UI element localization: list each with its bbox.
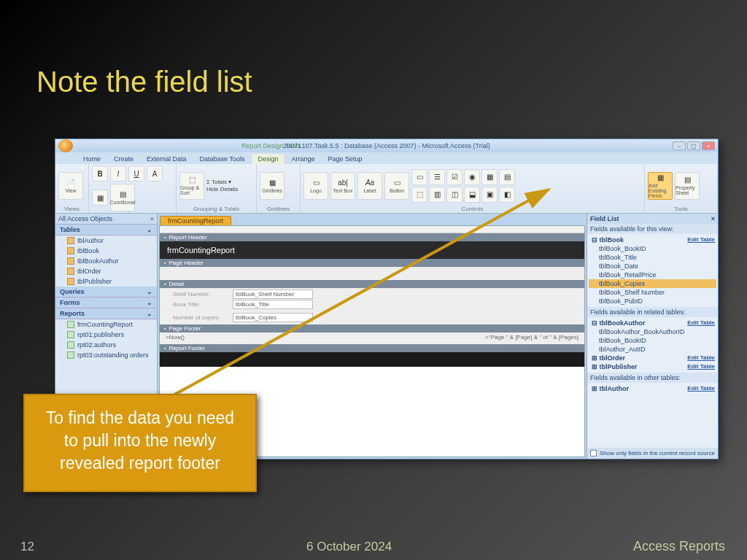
textbox-button[interactable]: ab|Text Box [330, 172, 355, 200]
control-icon[interactable]: ▦ [481, 169, 498, 185]
field-item[interactable]: tblBook_PubID [589, 297, 716, 306]
property-sheet-button[interactable]: ▤Property Sheet [675, 172, 700, 200]
control-icon[interactable]: ▣ [481, 187, 498, 203]
nav-category-forms[interactable]: Forms⌄ [55, 298, 157, 308]
nav-item-tblbook[interactable]: tblBook [55, 246, 157, 256]
field-list-table-tblauthor[interactable]: ⊞ tblAuthorEdit Table [589, 384, 716, 393]
field-list-table-tblpublisher[interactable]: ⊞ tblPublisherEdit Table [589, 362, 716, 371]
field-item-selected[interactable]: tblBook_Copies [589, 279, 716, 288]
document-tab[interactable]: frmCountingReport [160, 216, 231, 225]
nav-category-tables[interactable]: Tables⌄ [55, 225, 157, 236]
totals-button[interactable]: Σ Totals ▾ [206, 179, 238, 185]
nav-item-rpt02[interactable]: rpt02:authors [55, 340, 157, 350]
control-icon[interactable]: ▤ [499, 169, 515, 185]
logo-button[interactable]: ▭Logo [303, 172, 328, 200]
nav-item-tblbookauthor[interactable]: tblBookAuthor [55, 256, 157, 266]
nav-category-queries[interactable]: Queries⌄ [55, 287, 157, 298]
nav-item-tblpublisher[interactable]: tblPublisher [55, 276, 157, 287]
label-title[interactable]: Book Title: [173, 301, 200, 308]
nav-header[interactable]: All Access Objects« [55, 214, 157, 225]
report-header-body[interactable]: frmCountingReport [160, 241, 584, 259]
field-item[interactable]: tblBook_Shelf Number [589, 288, 716, 297]
gridlines-button[interactable]: ▦Gridlines [260, 172, 285, 200]
nav-item-rpt03[interactable]: rpt03:outstanding orders [55, 350, 157, 360]
control-icon[interactable]: ☑ [446, 169, 462, 185]
field-item[interactable]: tblAuthor_AutID [589, 345, 716, 354]
horizontal-ruler [160, 226, 584, 233]
chevron-down-icon[interactable]: « [150, 215, 154, 222]
tab-page-setup[interactable]: Page Setup [322, 154, 368, 164]
nav-item-rpt01[interactable]: rpt01:publishers [55, 330, 157, 340]
field-copies[interactable]: tblBook_Copies [233, 313, 313, 322]
field-shelf[interactable]: tblBook_Shelf Number [233, 289, 313, 299]
band-report-footer[interactable]: Report Footer [160, 344, 584, 352]
now-expression[interactable]: =Now() [166, 334, 185, 341]
field-list-table-tblorder[interactable]: ⊞ tblOrderEdit Table [589, 354, 716, 362]
office-button-icon[interactable] [58, 139, 73, 152]
minimize-button[interactable]: – [673, 141, 686, 150]
close-icon[interactable]: × [711, 215, 715, 222]
tab-external-data[interactable]: External Data [141, 154, 193, 164]
report-footer-body[interactable] [160, 352, 584, 367]
italic-icon[interactable]: I [110, 166, 126, 182]
field-list-table-tblbookauthor[interactable]: ⊟ tblBookAuthorEdit Table [589, 319, 716, 327]
label-copies[interactable]: Number of copies: [173, 314, 220, 321]
band-page-footer[interactable]: Page Footer [160, 324, 584, 332]
control-icon[interactable]: ◫ [446, 187, 462, 203]
page-footer-body[interactable]: =Now() ="Page " & [Page] & " of " & [Pag… [160, 332, 584, 344]
band-detail[interactable]: Detail [160, 280, 584, 288]
nav-item-tblorder[interactable]: tblOrder [55, 266, 157, 276]
nav-category-reports[interactable]: Reports⌄ [55, 308, 157, 319]
tab-design[interactable]: Design [252, 154, 284, 164]
edit-table-link[interactable]: Edit Table [687, 354, 715, 362]
control-icon[interactable]: ▥ [429, 187, 445, 203]
band-report-header[interactable]: Report Header [160, 233, 584, 241]
nav-item-frmcountingreport[interactable]: frmCountingReport [55, 319, 157, 330]
hide-details-button[interactable]: Hide Details [206, 186, 238, 192]
tab-home[interactable]: Home [77, 154, 107, 164]
field-item[interactable]: tblBook_BookID [589, 336, 716, 345]
tab-create[interactable]: Create [108, 154, 139, 164]
control-icon[interactable]: ☰ [429, 169, 445, 185]
field-item[interactable]: tblBook_RetailPrice [589, 271, 716, 279]
field-list-table-tblbook[interactable]: ⊟ tblBookEdit Table [589, 236, 716, 244]
table-icon [67, 257, 74, 265]
control-icon[interactable]: ◉ [464, 169, 480, 185]
edit-table-link[interactable]: Edit Table [687, 319, 715, 327]
field-title[interactable]: tblBook_Title [233, 300, 313, 309]
field-item[interactable]: tblBook_Date [589, 262, 716, 271]
bold-icon[interactable]: B [92, 166, 108, 182]
label-shelf[interactable]: Shelf Number: [173, 291, 210, 298]
conditional-button[interactable]: ▤Conditional [110, 184, 135, 211]
edit-table-link[interactable]: Edit Table [687, 385, 715, 392]
edit-table-link[interactable]: Edit Table [687, 236, 715, 244]
close-button[interactable]: × [702, 141, 715, 150]
field-list-footer[interactable]: Show only fields in the current record s… [587, 448, 718, 459]
control-icon[interactable]: ◧ [499, 187, 515, 203]
page-header-body[interactable] [160, 267, 584, 280]
pages-expression[interactable]: ="Page " & [Page] & " of " & [Pages] [485, 334, 578, 341]
detail-body[interactable]: Shelf Number: tblBook_Shelf Number Book … [160, 288, 584, 324]
tab-database-tools[interactable]: Database Tools [194, 154, 251, 164]
edit-table-link[interactable]: Edit Table [687, 363, 715, 370]
checkbox-icon[interactable] [590, 450, 597, 456]
nav-item-tblauthor[interactable]: tblAuthor [55, 236, 157, 246]
label-button[interactable]: AaLabel [357, 172, 382, 200]
group-tools: Tools [648, 206, 714, 212]
field-item[interactable]: tblBookAuthor_BookAuthorID [589, 327, 716, 336]
control-icon[interactable]: ⬚ [411, 187, 427, 203]
view-button[interactable]: 📄View [58, 172, 83, 200]
button-control[interactable]: ▭Button [384, 172, 409, 200]
band-page-header[interactable]: Page Header [160, 259, 584, 267]
add-existing-fields-button[interactable]: ▦Add Existing Fields [648, 172, 673, 200]
maximize-button[interactable]: ▢ [687, 141, 700, 150]
fill-color-icon[interactable]: ▦ [92, 190, 108, 206]
font-color-icon[interactable]: A [147, 166, 163, 182]
control-icon[interactable]: ▭ [411, 169, 427, 185]
underline-icon[interactable]: U [128, 166, 144, 182]
group-sort-button[interactable]: ⬚Group & Sort [179, 172, 204, 200]
field-item[interactable]: tblBook_Title [589, 253, 716, 262]
control-icon[interactable]: ⬓ [464, 187, 480, 203]
tab-arrange[interactable]: Arrange [285, 154, 320, 164]
field-item[interactable]: tblBook_BookID [589, 244, 716, 253]
